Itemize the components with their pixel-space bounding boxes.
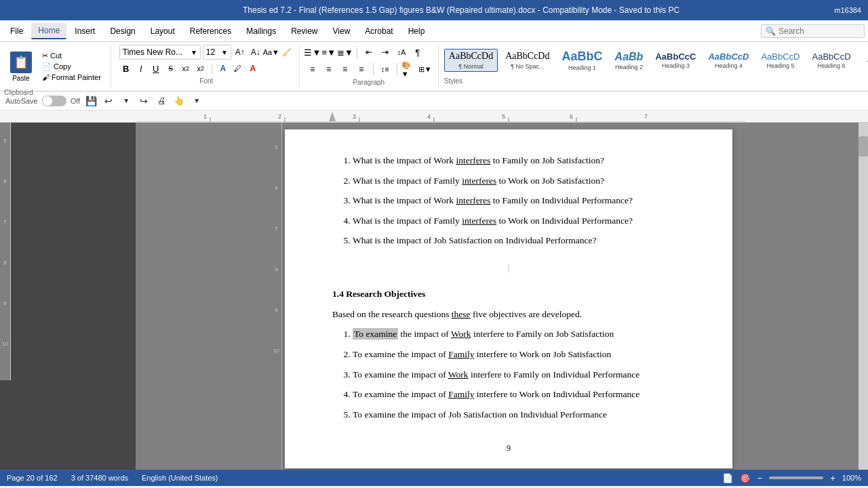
justify-button[interactable]: ≡ [354, 62, 369, 77]
undo-button[interactable]: ↩ [102, 94, 115, 108]
touch-mode-button[interactable]: 👆 [172, 94, 186, 108]
focus-icon[interactable]: 🎯 [740, 473, 751, 483]
numbering-button[interactable]: ≡▼ [321, 45, 336, 60]
multilevel-list-button[interactable]: ≣▼ [338, 45, 353, 60]
style-no-spacing[interactable]: AaBbCcDd ¶ No Spac... [500, 49, 554, 72]
shading-button[interactable]: 🎨▼ [401, 62, 416, 77]
clear-format-button[interactable]: 🧹 [280, 45, 294, 59]
save-button[interactable]: 💾 [84, 94, 98, 108]
cursor-line: | [508, 262, 509, 274]
menu-layout[interactable]: Layout [144, 24, 182, 39]
style-heading1-label: Heading 1 [568, 64, 596, 71]
list-item: What is the impact of Work interferes to… [353, 153, 685, 168]
search-icon: 🔍 [766, 26, 776, 36]
font-family-dropdown-icon[interactable]: ▼ [191, 49, 197, 56]
align-center-button[interactable]: ≡ [321, 62, 336, 77]
autosave-state: Off [71, 97, 80, 105]
right-scrollbar[interactable] [859, 123, 868, 470]
style-heading5[interactable]: AaBbCcD Heading 5 [756, 49, 804, 72]
strikethrough-button[interactable]: S [164, 62, 178, 75]
underline-button[interactable]: U [149, 62, 163, 75]
undo-dropdown[interactable]: ▼ [119, 94, 133, 108]
align-right-button[interactable]: ≡ [338, 62, 353, 77]
menu-file[interactable]: File [3, 24, 30, 39]
bold-button[interactable]: B [119, 62, 133, 75]
decrease-indent-button[interactable]: ⇤ [361, 45, 376, 60]
menu-review[interactable]: Review [284, 24, 324, 39]
search-input[interactable] [778, 26, 860, 36]
sort-button[interactable]: ↕A [394, 45, 409, 60]
underline-interferes-1: interferes [456, 155, 490, 165]
customize-button[interactable]: ▼ [190, 94, 203, 108]
font-family-selector[interactable]: Times New Ro... ▼ [119, 45, 201, 60]
subscript-button[interactable]: x2 [179, 62, 193, 75]
text-effects-button[interactable]: A [216, 62, 230, 75]
increase-font-button[interactable]: A↑ [233, 45, 247, 59]
font-size-value: 12 [206, 47, 215, 57]
italic-button[interactable]: I [134, 62, 148, 75]
style-normal-label: ¶ Normal [458, 63, 483, 70]
redo-button[interactable]: ↪ [137, 94, 151, 108]
menu-bar: File Home Insert Design Layout Reference… [0, 20, 868, 42]
superscript-button[interactable]: x2 [194, 62, 208, 75]
font-row2: B I U S x2 x2 A 🖊 A [119, 62, 294, 75]
style-heading4[interactable]: AaBbCcD Heading 4 [703, 49, 753, 72]
cut-button[interactable]: ✂ Cut [39, 51, 104, 61]
style-heading4-preview: AaBbCcD [708, 52, 749, 62]
autosave-bar: AutoSave Off 💾 ↩ ▼ ↪ 🖨 👆 ▼ [0, 92, 868, 110]
copy-icon: 📄 [42, 62, 52, 70]
style-heading6[interactable]: AaBbCcD Heading 6 [808, 49, 856, 72]
align-left-button[interactable]: ≡ [305, 62, 320, 77]
scrollbar-thumb[interactable] [859, 136, 868, 157]
style-title[interactable]: Aa Title [859, 45, 868, 76]
menu-references[interactable]: References [183, 24, 238, 39]
menu-design[interactable]: Design [103, 24, 142, 39]
borders-button[interactable]: ⊞▼ [418, 62, 433, 77]
format-painter-button[interactable]: 🖌 Format Painter [39, 73, 104, 82]
scroll-area[interactable]: 5 6 7 8 9 10 What is the impact of Work … [136, 123, 868, 470]
increase-indent-button[interactable]: ⇥ [378, 45, 393, 60]
paragraph-group: ☰▼ ≡▼ ≣▼ ⇤ ⇥ ↕A ¶ ≡ ≡ ≡ ≡ ↕≡ 🎨▼ ⊞▼ Parag… [300, 45, 439, 88]
print-button[interactable]: 🖨 [155, 94, 168, 108]
zoom-slider[interactable] [769, 476, 823, 479]
style-normal[interactable]: AaBbCcDd ¶ Normal [444, 49, 498, 72]
menu-mailings[interactable]: Mailings [239, 24, 283, 39]
style-no-spacing-preview: AaBbCcDd [505, 51, 549, 62]
autosave-toggle[interactable] [42, 96, 66, 106]
menu-insert[interactable]: Insert [68, 24, 102, 39]
copy-label: Copy [54, 62, 71, 70]
vr-7: 7 [271, 224, 281, 265]
horizontal-ruler: 1 2 3 4 5 6 7 [0, 110, 868, 123]
copy-button[interactable]: 📄 Copy [39, 62, 104, 72]
paste-label: Paste [12, 75, 30, 82]
menu-view[interactable]: View [326, 24, 357, 39]
highlight-color-button[interactable]: 🖊 [231, 62, 245, 75]
zoom-in-button[interactable]: + [830, 473, 835, 483]
style-heading2[interactable]: AaBb Heading 2 [610, 48, 648, 73]
menu-help[interactable]: Help [401, 24, 432, 39]
zoom-out-button[interactable]: − [757, 473, 763, 483]
style-heading1[interactable]: AaBbC Heading 1 [557, 47, 607, 74]
vr-9: 9 [271, 306, 281, 346]
font-row1: Times New Ro... ▼ 12 ▼ A↑ A↓ Aa▼ 🧹 [119, 45, 294, 60]
font-size-selector[interactable]: 12 ▼ [203, 45, 231, 60]
document-page[interactable]: What is the impact of Work interferes to… [285, 129, 732, 468]
decrease-font-button[interactable]: A↓ [249, 45, 262, 59]
clipboard-group-label: Clipboard [4, 89, 33, 96]
section-heading: 1.4 Research Objectives [332, 287, 685, 302]
menu-acrobat[interactable]: Acrobat [358, 24, 399, 39]
layout-icon[interactable]: 📄 [722, 473, 733, 483]
bullets-button[interactable]: ☰▼ [305, 45, 320, 60]
document-title: Thesis ed 7.2 - Final (References 1.5 Ga… [88, 5, 834, 15]
style-heading3[interactable]: AaBbCcC Heading 3 [650, 49, 701, 72]
main-area: 5 6 7 8 9 10 5 6 7 8 9 10 What is the im… [0, 123, 868, 470]
line-spacing-button[interactable]: ↕≡ [378, 62, 393, 77]
svg-text:5: 5 [502, 113, 505, 120]
change-case-button[interactable]: Aa▼ [264, 45, 278, 59]
paste-button[interactable]: 📋 Paste [4, 45, 38, 88]
show-hide-button[interactable]: ¶ [410, 45, 425, 60]
search-box[interactable]: 🔍 [761, 24, 865, 38]
font-color-button[interactable]: A [246, 62, 260, 75]
font-size-dropdown-icon[interactable]: ▼ [221, 49, 228, 56]
menu-home[interactable]: Home [31, 23, 66, 39]
